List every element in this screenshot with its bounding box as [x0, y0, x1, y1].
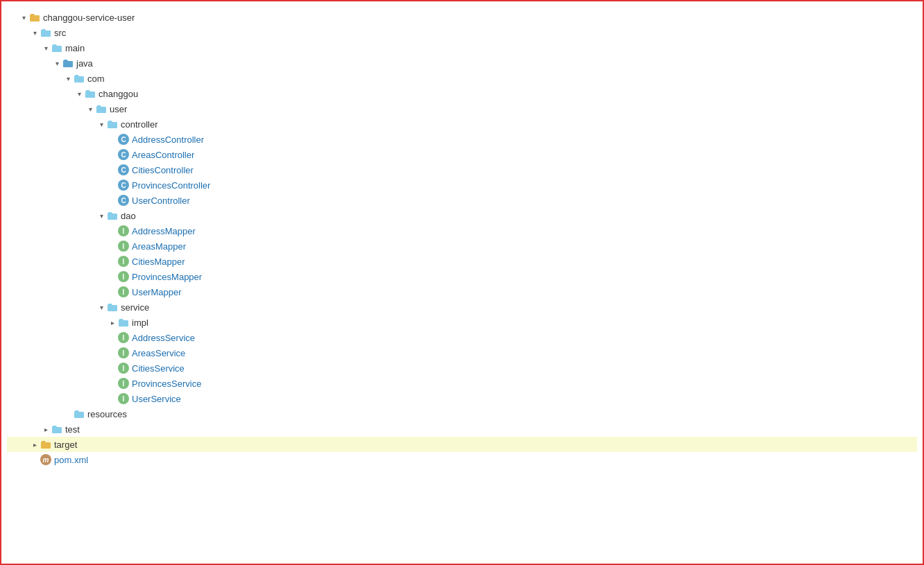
label-root: changgou-service-user	[43, 12, 135, 23]
tree-item-main[interactable]: main	[7, 40, 917, 55]
interface-badge-i: I	[118, 271, 129, 282]
label-com: com	[87, 73, 105, 84]
project-tree-container: changgou-service-user src main	[0, 0, 924, 565]
tree-item-src[interactable]: src	[7, 25, 917, 40]
label-service: service	[121, 302, 149, 313]
folder-icon-resources	[74, 408, 85, 419]
toggle-target[interactable]	[29, 439, 40, 450]
folder-icon-java	[62, 58, 74, 69]
label-target: target	[54, 440, 77, 450]
toggle-empty	[107, 271, 118, 282]
tree-item-user-mapper[interactable]: I UserMapper	[7, 284, 917, 299]
tree-item-service[interactable]: service	[7, 299, 917, 315]
toggle-empty	[107, 134, 118, 145]
xml-badge-m: m	[40, 454, 51, 465]
toggle-empty	[107, 363, 118, 374]
tree-item-provinces-mapper[interactable]: I ProvincesMapper	[7, 269, 917, 284]
toggle-empty	[107, 256, 118, 267]
label-dao: dao	[121, 211, 136, 221]
tree-item-resources[interactable]: resources	[7, 406, 917, 421]
toggle-impl[interactable]	[107, 317, 118, 328]
label-cities-mapper: CitiesMapper	[132, 257, 185, 267]
interface-badge-i: I	[118, 241, 129, 252]
toggle-src[interactable]	[29, 27, 40, 38]
interface-badge-i: I	[118, 332, 129, 343]
folder-icon-service	[107, 302, 118, 313]
toggle-dao[interactable]	[96, 210, 107, 221]
toggle-root[interactable]	[18, 12, 29, 23]
tree-item-pom-xml[interactable]: m pom.xml	[7, 452, 917, 467]
tree-item-root[interactable]: changgou-service-user	[7, 10, 917, 25]
tree-item-com[interactable]: com	[7, 71, 917, 86]
label-pom-xml: pom.xml	[54, 455, 88, 465]
tree-item-cities-controller[interactable]: C CitiesController	[7, 162, 917, 177]
tree-item-user-controller[interactable]: C UserController	[7, 193, 917, 208]
tree-item-address-service[interactable]: I AddressService	[7, 330, 917, 345]
interface-badge-i: I	[118, 393, 129, 404]
interface-badge-i: I	[118, 256, 129, 267]
toggle-empty	[107, 332, 118, 343]
toggle-empty	[107, 286, 118, 297]
label-src: src	[54, 28, 66, 38]
toggle-com[interactable]	[62, 73, 74, 84]
tree-item-areas-controller[interactable]: C AreasController	[7, 147, 917, 162]
tree-item-java[interactable]: java	[7, 55, 917, 71]
tree-item-areas-service[interactable]: I AreasService	[7, 345, 917, 360]
folder-icon-user	[96, 103, 107, 114]
label-cities-service: CitiesService	[132, 363, 185, 374]
tree-item-target[interactable]: target	[7, 437, 917, 452]
class-badge-c: C	[118, 195, 129, 206]
label-user-mapper: UserMapper	[132, 287, 182, 297]
toggle-empty	[107, 347, 118, 358]
tree-item-controller[interactable]: controller	[7, 116, 917, 132]
tree-item-user-service[interactable]: I UserService	[7, 391, 917, 406]
toggle-test[interactable]	[40, 424, 51, 435]
toggle-controller[interactable]	[96, 119, 107, 130]
toggle-empty	[107, 241, 118, 252]
toggle-empty	[107, 149, 118, 160]
label-changgou: changgou	[99, 89, 138, 99]
tree-item-user[interactable]: user	[7, 101, 917, 116]
tree-item-provinces-controller[interactable]: C ProvincesController	[7, 177, 917, 193]
interface-badge-i: I	[118, 225, 129, 236]
class-badge-c: C	[118, 180, 129, 191]
toggle-service[interactable]	[96, 302, 107, 313]
label-resources: resources	[87, 409, 127, 419]
toggle-changgou[interactable]	[74, 88, 85, 99]
label-provinces-mapper: ProvincesMapper	[132, 272, 202, 282]
tree-item-areas-mapper[interactable]: I AreasMapper	[7, 238, 917, 254]
tree-item-cities-service[interactable]: I CitiesService	[7, 360, 917, 376]
interface-badge-i: I	[118, 363, 129, 374]
toggle-empty	[107, 180, 118, 191]
tree-item-cities-mapper[interactable]: I CitiesMapper	[7, 254, 917, 269]
tree-item-dao[interactable]: dao	[7, 208, 917, 223]
tree-item-provinces-service[interactable]: I ProvincesService	[7, 376, 917, 391]
label-provinces-controller: ProvincesController	[132, 180, 210, 191]
tree-item-impl[interactable]: impl	[7, 315, 917, 330]
label-provinces-service: ProvincesService	[132, 379, 201, 389]
folder-icon-com	[74, 73, 85, 84]
tree-item-address-controller[interactable]: C AddressController	[7, 132, 917, 147]
folder-icon-main	[51, 42, 62, 53]
label-user-service: UserService	[132, 394, 181, 404]
tree-item-address-mapper[interactable]: I AddressMapper	[7, 223, 917, 238]
interface-badge-i: I	[118, 378, 129, 389]
folder-icon-controller	[107, 119, 118, 130]
folder-icon-test	[51, 424, 62, 435]
label-areas-service: AreasService	[132, 348, 185, 358]
class-badge-c: C	[118, 134, 129, 145]
label-java: java	[76, 58, 93, 69]
folder-icon-src	[40, 27, 51, 38]
tree-item-test[interactable]: test	[7, 421, 917, 437]
toggle-user[interactable]	[85, 103, 96, 114]
label-areas-mapper: AreasMapper	[132, 241, 186, 252]
label-address-mapper: AddressMapper	[132, 226, 196, 236]
toggle-empty	[29, 454, 40, 465]
label-address-service: AddressService	[132, 333, 195, 343]
folder-icon-target	[40, 439, 51, 450]
toggle-main[interactable]	[40, 42, 51, 53]
toggle-java[interactable]	[51, 58, 62, 69]
folder-icon-impl	[118, 317, 129, 328]
tree-item-changgou[interactable]: changgou	[7, 86, 917, 101]
label-user-controller: UserController	[132, 195, 190, 206]
